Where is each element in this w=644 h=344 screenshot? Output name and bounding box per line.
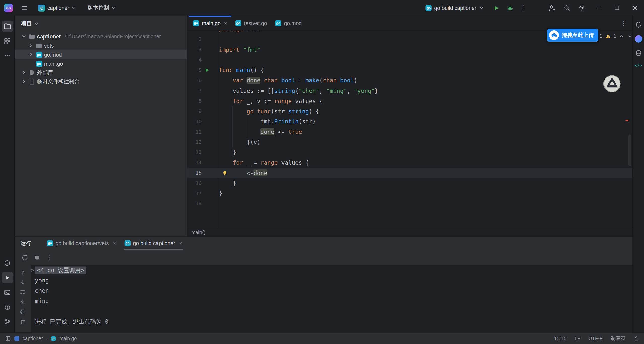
- gutter[interactable]: 7: [187, 86, 218, 96]
- editor-scrollbar[interactable]: [628, 134, 631, 166]
- floating-overlay-icon[interactable]: [603, 75, 621, 93]
- code-editor[interactable]: 1package main23import "fmt"45func main()…: [187, 31, 632, 228]
- drag-upload-button[interactable]: 拖拽至此上传: [547, 29, 598, 42]
- tree-item-gomod[interactable]: gogo.mod: [15, 50, 187, 59]
- run-more-options-icon[interactable]: ⋮: [46, 254, 52, 261]
- maximize-button[interactable]: [608, 0, 626, 16]
- error-stripe-mark[interactable]: [626, 120, 628, 121]
- close-window-button[interactable]: [626, 0, 644, 16]
- run-tool-button[interactable]: [2, 272, 13, 283]
- run-configuration-selector[interactable]: go go build captioner: [426, 5, 485, 11]
- close-tab-icon[interactable]: ×: [113, 240, 116, 246]
- gutter[interactable]: 3: [187, 45, 218, 55]
- scroll-to-end-button[interactable]: [20, 299, 26, 305]
- tree-item-scratches[interactable]: 临时文件和控制台: [15, 77, 187, 86]
- tab-main-go[interactable]: go main.go ×: [189, 16, 231, 30]
- tree-item-maingo[interactable]: gomain.go: [15, 59, 187, 68]
- tree-item-vets[interactable]: vets: [15, 41, 187, 50]
- gutter[interactable]: 16: [187, 178, 218, 189]
- gutter[interactable]: 18: [187, 199, 218, 209]
- code-line-13[interactable]: 13 }: [187, 147, 632, 158]
- code-line-7[interactable]: 7 values := []string{"chen", "ming", "yo…: [187, 86, 632, 96]
- breadcrumb[interactable]: main(): [191, 230, 206, 235]
- code-line-11[interactable]: 11 done <- true: [187, 127, 632, 137]
- gutter[interactable]: 5: [187, 65, 218, 76]
- file-encoding[interactable]: UTF-8: [589, 336, 603, 341]
- run-tab-captioner[interactable]: go go build captioner ×: [120, 237, 186, 250]
- gutter[interactable]: 12: [187, 137, 218, 147]
- settings-gear-button[interactable]: [576, 2, 587, 14]
- gutter[interactable]: 4: [187, 55, 218, 65]
- code-line-3[interactable]: 3import "fmt": [187, 45, 632, 55]
- chevron-right-icon[interactable]: [27, 42, 34, 49]
- rerun-button[interactable]: [21, 254, 28, 261]
- close-tab-icon[interactable]: ×: [224, 20, 227, 26]
- intention-bulb-icon[interactable]: [222, 170, 227, 176]
- problems-tool-button[interactable]: [2, 301, 13, 313]
- close-tab-icon[interactable]: ×: [179, 240, 182, 246]
- gutter[interactable]: 2: [187, 34, 218, 45]
- terminal-tool-button[interactable]: [2, 287, 13, 298]
- code-line-12[interactable]: 12 }(v): [187, 137, 632, 147]
- gutter[interactable]: 15: [187, 168, 218, 178]
- clear-console-button[interactable]: [20, 319, 26, 325]
- up-stack-trace-button[interactable]: [20, 269, 26, 275]
- chevron-right-icon[interactable]: [21, 69, 27, 76]
- vcs-widget[interactable]: 版本控制: [85, 3, 119, 13]
- gutter[interactable]: 1: [187, 31, 218, 34]
- database-tool-button[interactable]: [635, 50, 642, 56]
- tab-go-mod[interactable]: go go.mod: [271, 16, 306, 30]
- editor-options-icon[interactable]: ⋮: [621, 16, 627, 31]
- ai-assistant-button[interactable]: [635, 35, 642, 42]
- folded-command[interactable]: <4 go 设置调用>: [35, 267, 86, 274]
- gutter[interactable]: 17: [187, 188, 218, 199]
- code-line-15[interactable]: 15 <-done: [187, 168, 632, 178]
- print-button[interactable]: [20, 309, 26, 315]
- gutter[interactable]: 8: [187, 96, 218, 106]
- gutter[interactable]: 14: [187, 158, 218, 168]
- line-separator[interactable]: LF: [575, 336, 580, 341]
- main-menu-button[interactable]: [18, 2, 30, 14]
- endpoints-tool-button[interactable]: </>: [635, 63, 642, 68]
- down-stack-trace-button[interactable]: [20, 279, 26, 285]
- run-line-icon[interactable]: [205, 68, 210, 73]
- code-line-18[interactable]: 18: [187, 199, 632, 209]
- gutter[interactable]: 13: [187, 147, 218, 158]
- soft-wrap-button[interactable]: [20, 289, 26, 295]
- tool-window-layout-icon[interactable]: [5, 335, 11, 341]
- stop-button[interactable]: [34, 254, 40, 260]
- structure-tool-button[interactable]: [2, 35, 13, 47]
- search-everywhere-button[interactable]: [561, 2, 573, 14]
- code-line-16[interactable]: 16 }: [187, 178, 632, 189]
- gutter[interactable]: 6: [187, 75, 218, 86]
- tree-item-root[interactable]: captionerC:\Users\meowr\GolandProjects\c…: [15, 32, 187, 41]
- vcs-tool-button[interactable]: [2, 316, 13, 328]
- chevron-right-icon[interactable]: [27, 51, 34, 58]
- fold-chevron-icon[interactable]: >: [31, 265, 35, 276]
- tab-testvet-go[interactable]: go testvet.go: [231, 16, 271, 30]
- code-with-me-button[interactable]: [546, 2, 558, 14]
- status-breadcrumb-file[interactable]: main.go: [59, 336, 77, 341]
- code-line-14[interactable]: 14 for _ = range values {: [187, 158, 632, 168]
- run-console-output[interactable]: ><4 go 设置调用>yongchenming 进程 已完成，退出代码为 0: [31, 265, 632, 333]
- more-tool-windows-button[interactable]: [2, 50, 13, 62]
- notifications-bell-button[interactable]: [635, 21, 642, 28]
- run-tab-vets[interactable]: go go build captioner/vets ×: [43, 237, 120, 250]
- debug-button[interactable]: [504, 2, 516, 14]
- status-breadcrumb-project[interactable]: captioner: [23, 336, 43, 341]
- code-line-4[interactable]: 4: [187, 55, 632, 65]
- cursor-position[interactable]: 15:15: [554, 336, 566, 341]
- code-line-17[interactable]: 17}: [187, 188, 632, 199]
- code-line-9[interactable]: 9 go func(str string) {: [187, 106, 632, 117]
- indent-style[interactable]: 制表符: [611, 335, 626, 342]
- project-selector[interactable]: C captioner: [36, 3, 79, 13]
- chevron-down-icon[interactable]: [21, 33, 27, 40]
- gutter[interactable]: 11: [187, 127, 218, 137]
- next-problem-icon[interactable]: [627, 33, 633, 39]
- chevron-right-icon[interactable]: [21, 78, 27, 85]
- code-line-5[interactable]: 5func main() {: [187, 65, 632, 76]
- code-line-6[interactable]: 6 var done chan bool = make(chan bool): [187, 75, 632, 86]
- tree-item-external-libraries[interactable]: 外部库: [15, 68, 187, 77]
- code-line-8[interactable]: 8 for _, v := range values {: [187, 96, 632, 106]
- gutter[interactable]: 10: [187, 117, 218, 127]
